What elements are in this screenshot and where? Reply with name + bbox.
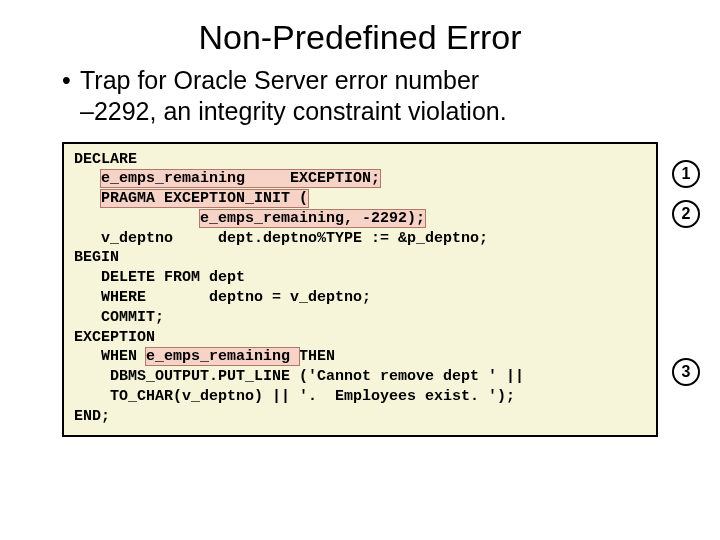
code-line: WHERE deptno = v_deptno; xyxy=(74,289,371,306)
code-line: DELETE FROM dept xyxy=(74,269,245,286)
highlight-pragma-args: e_emps_remaining, -2292); xyxy=(200,210,425,227)
code-line: v_deptno dept.deptno%TYPE := &p_deptno; xyxy=(74,230,488,247)
code-box: DECLARE e_emps_remaining EXCEPTION; PRAG… xyxy=(62,142,658,437)
code-line: BEGIN xyxy=(74,249,119,266)
code-line-pad: WHEN xyxy=(74,348,146,365)
annotation-2: 2 xyxy=(672,200,700,228)
code-wrap: DECLARE e_emps_remaining EXCEPTION; PRAG… xyxy=(62,142,658,437)
highlight-exception-decl: e_emps_remaining EXCEPTION; xyxy=(101,170,380,187)
code-line-pad xyxy=(74,170,101,187)
annotation-3: 3 xyxy=(672,358,700,386)
code-line-pad xyxy=(74,210,200,227)
highlight-pragma: PRAGMA EXCEPTION_INIT ( xyxy=(101,190,308,207)
code-line: DECLARE xyxy=(74,151,137,168)
code-line: END; xyxy=(74,408,110,425)
bullet-dot: • xyxy=(62,65,80,128)
code-line: EXCEPTION xyxy=(74,329,155,346)
slide-title: Non-Predefined Error xyxy=(0,18,720,57)
code-line: DBMS_OUTPUT.PUT_LINE ('Cannot remove dep… xyxy=(74,368,524,385)
bullet-line-2: –2292, an integrity constraint violation… xyxy=(80,97,507,125)
annotation-1: 1 xyxy=(672,160,700,188)
bullet-item: • Trap for Oracle Server error number –2… xyxy=(62,65,658,128)
code-line: TO_CHAR(v_deptno) || '. Employees exist.… xyxy=(74,388,515,405)
code-line-pad xyxy=(74,190,101,207)
highlight-exception-ref: e_emps_remaining xyxy=(146,348,299,365)
code-line: COMMIT; xyxy=(74,309,164,326)
bullet-line-1: Trap for Oracle Server error number xyxy=(80,66,479,94)
code-line: THEN xyxy=(299,348,335,365)
